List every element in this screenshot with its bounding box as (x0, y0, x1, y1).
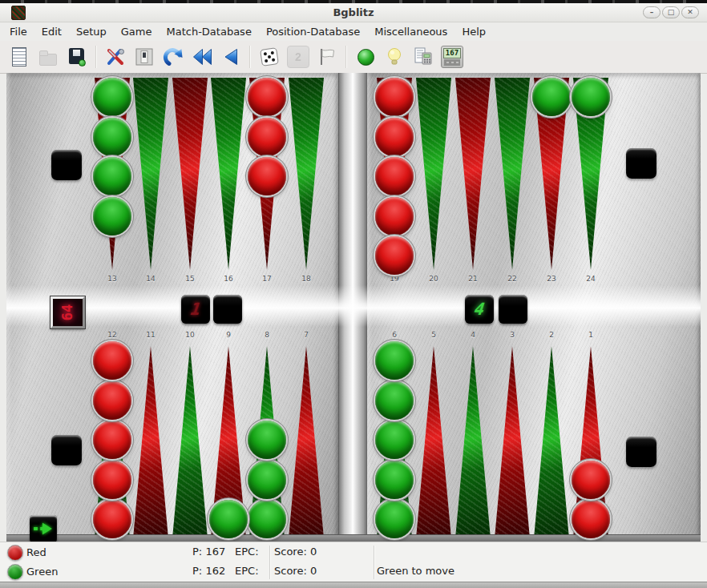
save-button[interactable] (63, 43, 91, 70)
menu-item-edit[interactable]: Edit (34, 23, 69, 40)
red-checker[interactable] (93, 500, 131, 538)
window-title: Bgblitz (0, 6, 707, 18)
green-dot (79, 59, 86, 66)
minimize-button[interactable]: – (643, 6, 661, 18)
green-checker[interactable] (93, 197, 131, 236)
point-9-number: 9 (217, 331, 240, 339)
red-checker[interactable] (93, 341, 131, 380)
green-arrow-icon (33, 521, 54, 537)
red-score: Score: 0 (274, 546, 317, 558)
window-controls: – □ ✕ (641, 6, 699, 18)
point-10-number: 10 (179, 331, 201, 339)
red-checker[interactable] (248, 157, 286, 195)
double-cube-button: 2 (285, 43, 312, 70)
red-checker[interactable] (375, 197, 414, 236)
red-checker[interactable] (375, 157, 414, 195)
red-checker[interactable] (93, 461, 131, 499)
resign-flag-icon (317, 46, 337, 67)
toolbar: 2167 (0, 41, 707, 74)
menu-item-file[interactable]: File (2, 23, 34, 40)
player-ball-button[interactable] (352, 43, 379, 70)
double-cube-icon: 2 (287, 46, 309, 68)
menu-item-help[interactable]: Help (454, 23, 493, 40)
red-checker[interactable] (572, 461, 610, 499)
green-die-1[interactable]: 4 (465, 295, 494, 324)
checker-tray-bottom-right[interactable] (626, 437, 656, 467)
green-player-icon (7, 564, 23, 580)
step-back-button[interactable] (217, 43, 244, 70)
red-checker[interactable] (375, 78, 414, 116)
point-15-number: 15 (179, 275, 201, 283)
red-checker[interactable] (375, 118, 414, 156)
green-checker[interactable] (248, 461, 286, 499)
point-7-number: 7 (295, 331, 317, 339)
light-switch-button[interactable] (131, 43, 158, 70)
point-5-number: 5 (422, 331, 445, 339)
rewind-icon (192, 46, 212, 67)
point-2-number: 2 (540, 331, 563, 339)
settings-tools-button[interactable] (102, 43, 129, 70)
red-die-2[interactable] (213, 295, 242, 324)
undo-button[interactable] (160, 43, 187, 70)
green-player-name: Green (26, 566, 58, 578)
red-checker[interactable] (248, 78, 286, 116)
green-checker[interactable] (93, 78, 131, 116)
red-die-1[interactable]: 1 (181, 295, 210, 324)
menubar: FileEditSetupGameMatch-DatabasePosition-… (0, 22, 707, 41)
menu-item-miscellaneous[interactable]: Miscellaneous (367, 23, 454, 40)
green-checker[interactable] (248, 421, 286, 459)
checker-tray-top-left[interactable] (51, 150, 82, 180)
red-checker[interactable] (375, 236, 414, 275)
settings-tools-icon (105, 46, 126, 67)
menu-item-setup[interactable]: Setup (69, 23, 114, 40)
green-checker[interactable] (572, 78, 610, 116)
red-checker[interactable] (572, 500, 610, 538)
green-checker[interactable] (375, 421, 414, 459)
new-document-icon (9, 46, 30, 67)
green-checker[interactable] (93, 118, 131, 156)
new-document-button[interactable] (6, 43, 33, 70)
checker-tray-top-right[interactable] (626, 148, 656, 179)
maximize-button[interactable]: □ (662, 6, 680, 18)
titlebar[interactable]: Bgblitz – □ ✕ (0, 3, 707, 22)
green-die-2[interactable] (499, 295, 527, 324)
point-19-number: 19 (383, 275, 406, 283)
red-checker[interactable] (93, 381, 131, 420)
red-player-row: Red P: 167 EPC: Score: 0 (0, 542, 707, 562)
doubling-cube[interactable]: 64 (50, 296, 85, 328)
resign-flag-button[interactable] (313, 43, 341, 70)
green-checker[interactable] (532, 78, 571, 116)
toolbar-separator (249, 46, 251, 68)
rewind-button[interactable] (188, 43, 216, 70)
step-back-icon (220, 46, 241, 67)
open-folder-button (34, 43, 62, 70)
pipcount-calculator-button[interactable]: 167 (438, 43, 466, 70)
menu-item-position-database[interactable]: Position-Database (259, 23, 367, 40)
green-checker[interactable] (375, 461, 414, 499)
green-checker[interactable] (209, 500, 248, 538)
green-checker[interactable] (248, 500, 286, 538)
green-checker[interactable] (375, 381, 414, 420)
hint-bulb-button[interactable] (381, 43, 408, 70)
menu-item-match-database[interactable]: Match-Database (160, 23, 259, 40)
menu-item-game[interactable]: Game (114, 23, 160, 40)
red-checker[interactable] (248, 118, 286, 156)
backgammon-board: 64 1 4 123456789101112131415161718192021… (6, 73, 701, 542)
point-20-number: 20 (422, 275, 445, 283)
green-epc: EPC: (235, 565, 259, 577)
commit-move-button[interactable] (30, 515, 57, 542)
bgblitz-window: Bgblitz – □ ✕ FileEditSetupGameMatch-Dat… (0, 0, 707, 588)
close-button[interactable]: ✕ (681, 6, 699, 18)
roll-dice-button[interactable] (256, 43, 283, 70)
window-bottom-edge (0, 582, 707, 588)
red-die-1-value: 1 (189, 300, 202, 319)
green-checker[interactable] (375, 500, 414, 538)
checker-tray-bottom-left[interactable] (51, 435, 82, 465)
roll-dice-icon (259, 46, 280, 67)
red-checker[interactable] (93, 421, 131, 459)
evaluate-calculator-button[interactable] (410, 43, 437, 70)
status-divider (269, 546, 271, 579)
green-checker[interactable] (375, 341, 414, 380)
green-checker[interactable] (93, 157, 131, 195)
open-folder-icon (38, 46, 59, 67)
